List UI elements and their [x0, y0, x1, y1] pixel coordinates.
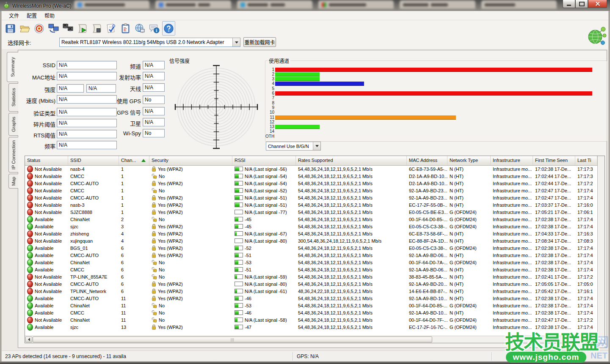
start-log-button[interactable]	[76, 21, 89, 36]
side-tab-statistics[interactable]: Statistics	[8, 83, 18, 112]
column-header-channel[interactable]: Chan...	[119, 156, 149, 165]
cell-channel: 13	[119, 323, 149, 331]
table-row[interactable]: Not Availablexujingquan4Yes (WPA2)N/A (L…	[25, 237, 598, 244]
table-row[interactable]: Not AvailableChinaNet11NoN/A (Last signa…	[25, 316, 598, 323]
channel-label: 8	[265, 101, 274, 105]
table-row[interactable]: AvailableCMCC-AUTO6Yes (WPA2)-5154,48,36…	[25, 252, 598, 259]
field-value[interactable]: N/A	[57, 72, 117, 80]
scroll-left-button[interactable]	[25, 337, 32, 342]
field-value[interactable]: N/A	[143, 118, 165, 126]
table-row[interactable]: Availablesjzc3Yes (WPA2)-4554,48,36,24,1…	[25, 223, 598, 230]
field-value[interactable]: N/A	[143, 72, 165, 80]
table-row[interactable]: Not Availablezhisheng4Yes (WPA2)N/A (Las…	[25, 230, 598, 237]
column-header-security[interactable]: Security	[149, 156, 232, 165]
column-header-status[interactable]: Status	[25, 156, 68, 165]
column-header-network_type[interactable]: Network Type	[447, 156, 491, 165]
channel-mode-dropdown[interactable]: Channel Use B/G/N	[266, 142, 321, 151]
security-text: Yes (WPA2)	[158, 224, 183, 229]
table-row[interactable]: Not AvailableCMCC-AUTO1Yes (WPA2)N/A (La…	[25, 194, 598, 201]
side-tab-summary[interactable]: Summary	[7, 52, 18, 82]
lock-closed-icon	[152, 296, 156, 301]
table-row[interactable]: Not AvailableSJZC88881Yes (WPA2)N/A (Las…	[25, 208, 598, 216]
vertical-scrollbar[interactable]	[597, 156, 604, 336]
adapter-dropdown[interactable]: Realtek RTL8187 Wireless 802.11b/g 54Mbp…	[59, 38, 240, 47]
cell-network_type: N (HT)	[447, 194, 491, 201]
field-value[interactable]: No	[143, 129, 165, 137]
test-report-button[interactable]	[105, 21, 118, 36]
cell-status: Not Available	[25, 165, 68, 172]
open-folder-button[interactable]	[18, 21, 31, 36]
table-row[interactable]: AvailableBGS_016Yes (WPA2)-5254,48,36,24…	[25, 244, 598, 252]
menu-item-1[interactable]: 文件	[5, 11, 23, 20]
table-row[interactable]: Not AvailableCMCC1NoN/A (Last signal -54…	[25, 172, 598, 180]
column-header-infrastructure[interactable]: Infrastructure	[491, 156, 533, 165]
reconnect-adapter-button[interactable]	[47, 21, 60, 36]
field-value[interactable]: N/A	[57, 119, 117, 127]
horizontal-scrollbar[interactable]	[25, 336, 598, 343]
field-value[interactable]: N/A	[57, 141, 117, 149]
chevron-down-icon[interactable]	[313, 142, 320, 150]
stop-log-button[interactable]	[90, 21, 103, 36]
feedback-info-button[interactable]	[148, 21, 161, 36]
menu-item-2[interactable]: 配置	[23, 11, 41, 20]
disconnect-adapter-button[interactable]	[61, 21, 75, 36]
field-value[interactable]: N/A	[57, 108, 117, 116]
table-row[interactable]: AvailableCMCC-AUTO11Yes (WPA2)-4654,48,3…	[25, 295, 598, 302]
cell-network_type: N (HT)	[447, 172, 491, 180]
minimize-button[interactable]	[563, 0, 575, 8]
clipboard-report-button[interactable]	[119, 21, 132, 36]
side-tab-graphs[interactable]: Graphs	[8, 113, 18, 136]
table-row[interactable]: Not AvailableCMCC-AUTO6Yes (WPA2)N/A (La…	[25, 280, 598, 287]
cell-rates: 54,48,36,24,18,12,11,9,6,5,2,1 Mb/s	[296, 201, 407, 208]
scroll-right-button[interactable]	[591, 337, 598, 342]
reload-adapter-button[interactable]: 重新加载网卡	[243, 37, 276, 47]
field-value[interactable]: N/A	[143, 107, 165, 115]
cell-ssid: ChinaNet	[68, 302, 119, 309]
target-button[interactable]	[33, 21, 46, 36]
rssi-bar-icon	[235, 289, 243, 293]
close-button[interactable]	[588, 0, 607, 8]
table-row[interactable]: Not Availablenasb-41Yes (WPA2)N/A (Last …	[25, 165, 598, 172]
table-row[interactable]: AvailableChinaNet2No-4554,48,36,24,18,12…	[25, 216, 598, 223]
table-row[interactable]: AvailableChinaNet6No-5354,48,36,24,18,12…	[25, 259, 598, 266]
table-row[interactable]: Not AvailableCMCC-AUTO1Yes (WPA2)N/A (La…	[25, 180, 598, 187]
cell-mac: 00-1F-64-D0-85-...	[407, 302, 447, 309]
column-header-rates[interactable]: Rates Supported	[296, 156, 407, 165]
chevron-down-icon[interactable]	[232, 38, 240, 47]
field-value[interactable]: No	[143, 96, 165, 104]
table-row[interactable]: Availablesjzc13Yes (WPA2)-4754,48,36,24,…	[25, 323, 598, 331]
field-label: 使用 GPS	[108, 97, 141, 105]
field-value[interactable]: N/A	[143, 83, 165, 92]
channel-label: 11	[265, 115, 274, 120]
table-row[interactable]: AvailableCMCC6No-5154,48,36,24,18,12,11,…	[25, 266, 598, 273]
scrollbar-thumb[interactable]	[33, 337, 432, 342]
table-row[interactable]: Not Availablenasb-31Yes (WPA2)N/A (Last …	[25, 201, 598, 208]
column-header-ssid[interactable]: SSID	[68, 156, 119, 165]
side-tab-ip-connection[interactable]: IP Connection	[8, 137, 18, 172]
status-text: Available	[35, 253, 53, 258]
status-text: Not Available	[35, 167, 62, 172]
table-row[interactable]: AvailableChinaNet11No-5354,48,36,24,18,1…	[25, 302, 598, 309]
menu-item-3[interactable]: 帮助	[41, 11, 58, 20]
field-value[interactable]: N/A	[57, 130, 117, 138]
cell-network_type: G (OFDM24)	[447, 259, 491, 266]
field-value[interactable]: N/A	[57, 61, 117, 69]
save-button[interactable]	[4, 21, 17, 36]
table-row[interactable]: Not AvailableCMCC1NoN/A (Last signal -52…	[25, 187, 598, 194]
rssi-text: N/A (Last signal -52)	[245, 188, 287, 193]
field-value[interactable]: N/A	[143, 61, 165, 69]
table-row[interactable]: Not AvailableTP-LINK_855A7E6NoN/A (Last …	[25, 273, 598, 280]
strength-value-field[interactable]: N/A	[57, 84, 84, 93]
column-header-mac[interactable]: MAC Address	[407, 156, 447, 165]
globe-network-button[interactable]	[133, 21, 146, 36]
status-separator	[293, 352, 293, 361]
side-tab-map[interactable]: Map	[8, 174, 18, 189]
table-row[interactable]: Not AvailableTPLINK_Network6Yes (WPA2)N/…	[25, 287, 598, 295]
table-row[interactable]: AvailableCMCC11No-4654,48,36,24,18,12,11…	[25, 309, 598, 316]
maximize-button[interactable]	[575, 0, 588, 8]
column-header-rssi[interactable]: RSSI	[232, 156, 296, 165]
help-button[interactable]	[162, 21, 175, 36]
field-value[interactable]: N/A	[57, 95, 117, 104]
column-header-first_seen[interactable]: First Time Seen	[533, 156, 575, 165]
column-header-last_time[interactable]: Last Ti	[575, 156, 597, 165]
